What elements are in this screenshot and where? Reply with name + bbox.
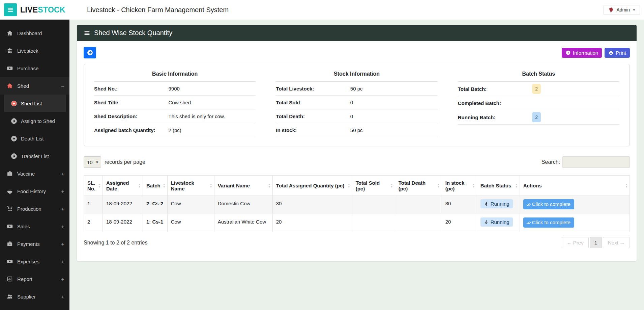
shed-summary-card: Basic Information Shed No.: 9900 Shed Ti… [84, 64, 630, 146]
hamburger-menu-button[interactable] [4, 3, 17, 16]
runner-icon [484, 202, 489, 206]
arrow-circle-right-icon [10, 153, 18, 159]
cell-livestock-name: Cow [167, 196, 214, 214]
sidebar-item-shed[interactable]: Shed – [0, 77, 69, 95]
column-header-batch-status[interactable]: Batch Status▲▼ [477, 176, 520, 196]
cell-total-assigned: 20 [272, 214, 352, 232]
sidebar-item-payments[interactable]: Payments + [0, 235, 69, 253]
information-button[interactable]: ? Information [562, 48, 602, 58]
sidebar-item-label: Assign to Shed [21, 118, 55, 124]
sidebar-item-dashboard[interactable]: Dashboard [0, 24, 69, 42]
expand-indicator: + [61, 259, 64, 264]
livestock-icon [6, 48, 13, 54]
sidebar-item-shed-list[interactable]: Shed List [4, 95, 66, 112]
column-header-total-assigned[interactable]: Total Assigned Quantity (pc)▲▼ [272, 176, 352, 196]
column-header-batch[interactable]: Batch▲▼ [143, 176, 168, 196]
card-header: Shed Wise Stock Quantity [77, 25, 637, 41]
sidebar-item-sales[interactable]: Sales + [0, 217, 69, 235]
sidebar-item-food-history[interactable]: Food History + [0, 182, 69, 200]
arrow-circle-right-icon [10, 135, 18, 142]
table-header-row: SL. No.▲▼ Assigned Date▲▼ Batch▲▼ Livest… [84, 176, 630, 196]
home-icon [6, 30, 13, 36]
info-label: Shed Title: [94, 100, 168, 105]
stock-table: SL. No.▲▼ Assigned Date▲▼ Batch▲▼ Livest… [84, 175, 630, 232]
sort-icon: ▲▼ [138, 183, 141, 188]
info-row: Assigned batch Quantity: 2 (pc) [94, 123, 256, 137]
info-row: Shed Title: Cow shed [94, 96, 256, 109]
column-header-total-sold[interactable]: Total Sold (pc)▲▼ [352, 176, 395, 196]
expand-indicator: + [61, 188, 64, 194]
cell-batch: 2: Cs-2 [143, 196, 168, 214]
info-value: 0 [350, 113, 438, 119]
column-header-actions[interactable]: Actions▲▼ [520, 176, 630, 196]
showing-entries-text: Showing 1 to 2 of 2 entries [84, 240, 147, 246]
rooster-icon [608, 7, 614, 13]
hamburger-icon [7, 6, 14, 14]
sidebar-item-report[interactable]: Report + [0, 270, 69, 288]
sidebar-item-purchase[interactable]: Purchase [0, 59, 69, 77]
column-header-livestock-name[interactable]: Livestock Name▲▼ [167, 176, 214, 196]
logo-live: LIVE [20, 5, 38, 14]
sort-icon: ▲▼ [98, 183, 101, 188]
sidebar-item-supplier[interactable]: Supplier + [0, 288, 69, 305]
cell-total-sold [352, 214, 395, 232]
column-header-assigned-date[interactable]: Assigned Date▲▼ [103, 176, 143, 196]
sidebar-item-label: Report [17, 276, 32, 282]
column-header-sl-no[interactable]: SL. No.▲▼ [84, 176, 103, 196]
cell-livestock-name: Cow [167, 214, 214, 232]
info-label: Total Batch: [458, 86, 532, 92]
section-title: Stock Information [276, 71, 437, 82]
sidebar-item-transfer-list[interactable]: Transfer List [0, 147, 69, 165]
admin-dropdown[interactable]: Admin ▼ [604, 5, 640, 15]
sidebar-item-vaccine[interactable]: Vaccine + [0, 165, 69, 182]
click-to-complete-button[interactable]: Click to complete [523, 217, 574, 228]
sidebar-item-expenses[interactable]: Expenses + [0, 253, 69, 270]
stock-information-section: Stock Information Total Livestock: 50 pc… [276, 71, 437, 137]
search-input[interactable] [562, 156, 630, 168]
table-controls: 10 ▼ records per page Search: [84, 156, 630, 168]
sidebar-item-assign-to-shed[interactable]: Assign to Shed [0, 112, 69, 130]
sidebar-item-death-list[interactable]: Death List [0, 130, 69, 147]
double-check-icon [526, 202, 531, 207]
back-button[interactable] [84, 47, 96, 58]
sidebar-item-label: Supplier [17, 294, 36, 300]
bars-icon [84, 30, 90, 36]
info-value: 50 pc [350, 127, 438, 133]
sidebar-item-label: Purchase [17, 66, 38, 71]
info-row: In stock: 50 pc [276, 123, 437, 137]
bar-chart-icon [6, 276, 13, 282]
sidebar-item-livestock[interactable]: Livestock [0, 42, 69, 59]
next-page-button[interactable]: Next → [603, 237, 630, 248]
click-to-complete-button[interactable]: Click to complete [523, 199, 574, 209]
info-value: 0 [350, 100, 438, 105]
column-header-variant-name[interactable]: Variant Name▲▼ [214, 176, 272, 196]
info-label: Completed Batch: [458, 100, 532, 106]
records-per-page-label: records per page [105, 159, 145, 165]
sort-icon: ▲▼ [163, 183, 166, 188]
print-button[interactable]: Print [605, 48, 630, 58]
top-bar: LIVESTOCK Livestock - Chicken Farm Manag… [0, 0, 644, 20]
food-bowl-icon [6, 188, 13, 194]
toolbar: ? Information Print [84, 47, 630, 58]
sidebar-item-label: Food History [17, 188, 46, 194]
info-value: 50 pc [350, 86, 438, 92]
sort-icon: ▲▼ [472, 183, 475, 188]
page-1-button[interactable]: 1 [590, 237, 602, 248]
expand-indicator: + [61, 294, 64, 300]
sidebar-item-label: Payments [17, 241, 40, 247]
records-per-page-select[interactable]: 10 [84, 156, 101, 168]
table-row: 2 18-09-2022 1: Cs-1 Cow Australian Whit… [84, 214, 630, 232]
info-row: Shed No.: 9900 [94, 82, 256, 96]
sidebar: Dashboard Livestock Purchase Shed – Shed… [0, 20, 69, 310]
column-header-total-death[interactable]: Total Death (pc)▲▼ [395, 176, 442, 196]
column-header-in-stock[interactable]: In stock (pc)▲▼ [442, 176, 477, 196]
sort-icon: ▲▼ [515, 183, 518, 188]
cell-in-stock: 30 [442, 196, 477, 214]
expand-indicator: + [61, 206, 64, 212]
caret-down-icon: ▼ [632, 8, 636, 12]
cell-total-sold [352, 196, 395, 214]
prev-page-button[interactable]: ← Prev [562, 237, 589, 248]
users-icon [6, 293, 13, 300]
sidebar-item-production[interactable]: Production + [0, 200, 69, 217]
sort-icon: ▲▼ [210, 183, 212, 188]
